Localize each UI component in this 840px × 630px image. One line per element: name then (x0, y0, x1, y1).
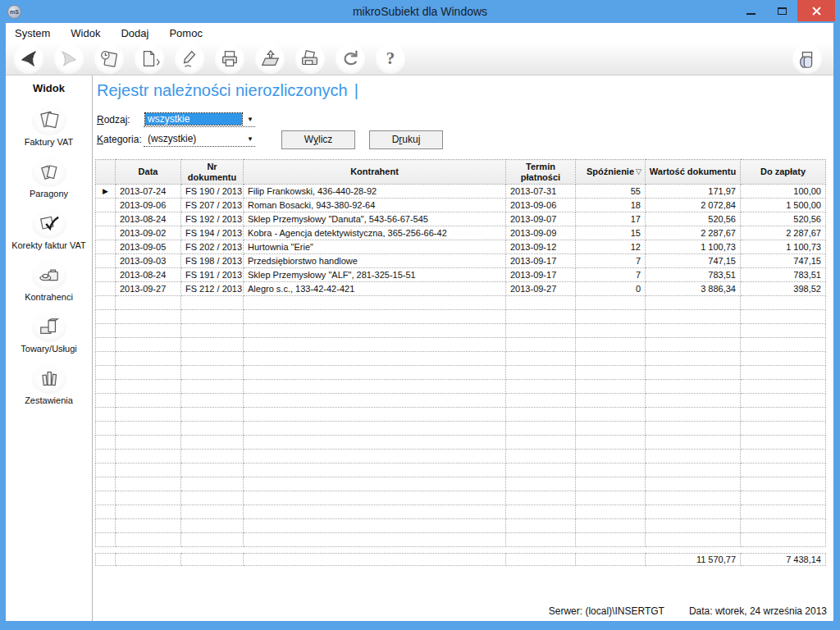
sidebar-item-zestawienia[interactable]: Zestawienia (6, 364, 92, 405)
row-selector-cell (96, 212, 116, 226)
sidebar-item-faktury-vat[interactable]: Faktury VAT (6, 106, 92, 147)
window-title: mikroSubiekt dla Windows (0, 5, 840, 18)
empty-cell (116, 394, 181, 408)
empty-cell (96, 477, 116, 491)
empty-cell (244, 394, 506, 408)
cell-data: 2013-09-05 (116, 240, 181, 254)
menu-widok[interactable]: Widok (71, 27, 100, 39)
menu-system[interactable]: System (15, 27, 50, 39)
tasks-button[interactable] (93, 44, 126, 74)
cell-nr: FS 202 / 2013 (181, 240, 244, 254)
empty-cell (181, 491, 244, 505)
drukuj-button[interactable]: Drukuj (369, 130, 443, 149)
receipts-icon (37, 162, 62, 183)
empty-cell (181, 463, 244, 477)
empty-cell (116, 463, 181, 477)
print-queue-button[interactable] (294, 44, 326, 74)
edit-button[interactable] (173, 44, 206, 74)
sidebar-item-kontrahenci[interactable]: Kontrahenci (6, 261, 92, 302)
print-button[interactable] (213, 44, 246, 74)
wylicz-button[interactable]: Wylicz (281, 130, 355, 149)
sidebar-item-paragony[interactable]: Paragony (6, 158, 92, 199)
table-row[interactable]: 2013-09-02FS 194 / 2013Kobra - Agencja d… (96, 226, 826, 240)
empty-cell (506, 477, 576, 491)
empty-cell (96, 450, 116, 463)
table-row[interactable]: 2013-08-24FS 192 / 2013Sklep Przemysłowy… (96, 212, 826, 226)
cell-data: 2013-08-24 (116, 212, 181, 226)
row-selector-cell (96, 282, 116, 296)
table-row-empty (96, 310, 826, 324)
cell-nr: FS 198 / 2013 (181, 254, 244, 268)
chevron-down-icon: ▼ (247, 135, 253, 143)
menu-dodaj[interactable]: Dodaj (121, 27, 148, 39)
corrections-check-icon (37, 213, 62, 235)
cell-nr: FS 191 / 2013 (181, 268, 244, 282)
empty-cell (244, 450, 506, 463)
menu-pomoc[interactable]: Pomoc (169, 27, 202, 39)
table-row[interactable]: ▶2013-07-24FS 190 / 2013Filip Frankowski… (96, 185, 826, 199)
help-button[interactable]: ? (374, 44, 407, 74)
column-header-nr-dokumentu[interactable]: Nr dokumentu (181, 160, 244, 185)
empty-cell (116, 366, 181, 380)
empty-cell (181, 436, 244, 450)
empty-cell (646, 436, 741, 450)
column-header-wartosc-dokumentu[interactable]: Wartość dokumentu (646, 160, 741, 185)
empty-cell (244, 477, 506, 491)
close-button[interactable] (797, 0, 835, 21)
undo-icon (340, 48, 361, 70)
empty-cell (181, 380, 244, 394)
column-header-kontrahent[interactable]: Kontrahent (244, 160, 506, 185)
empty-cell (244, 436, 506, 450)
empty-cell (181, 408, 244, 422)
cell-do_zaplaty: 100,00 (741, 185, 826, 199)
rodzaj-dropdown[interactable]: wszystkie ▼ (144, 112, 255, 127)
maximize-icon (778, 7, 787, 15)
empty-cell (741, 450, 826, 463)
empty-cell (116, 533, 181, 547)
table-row[interactable]: 2013-09-05FS 202 / 2013Hurtownia "Erie"2… (96, 240, 826, 254)
empty-cell (181, 338, 244, 352)
kategoria-dropdown[interactable]: (wszystkie) ▼ (144, 132, 255, 147)
cell-data: 2013-09-27 (116, 282, 181, 296)
table-row-empty (96, 296, 826, 310)
column-header-spoznienie[interactable]: Spóźnienie▽ (576, 160, 646, 185)
empty-cell (506, 519, 576, 533)
empty-cell (506, 533, 576, 547)
table-row[interactable]: 2013-09-06FS 207 / 2013Roman Bosacki, 94… (96, 199, 826, 212)
kategoria-value: (wszystkie) (145, 133, 242, 144)
sidebar-item-korekty-faktur-vat[interactable]: Korekty faktur VAT (6, 209, 92, 250)
empty-cell (646, 477, 741, 491)
undo-button[interactable] (334, 44, 367, 74)
empty-cell (741, 324, 826, 338)
empty-cell (576, 380, 646, 394)
new-document-button[interactable] (133, 44, 166, 74)
table-row[interactable]: 2013-09-03FS 198 / 2013Przedsiębiorstwo … (96, 254, 826, 268)
empty-cell (116, 338, 181, 352)
export-button[interactable] (253, 44, 286, 74)
table-row-empty (96, 463, 826, 477)
empty-cell (741, 394, 826, 408)
cell-termin: 2013-09-06 (506, 199, 576, 212)
total-do-zaplaty: 7 438,14 (741, 554, 826, 566)
column-header-termin-platnosci[interactable]: Termin płatności (506, 160, 576, 185)
table-row[interactable]: 2013-09-27FS 212 / 2013Alegro s.c., 133-… (96, 282, 826, 296)
empty-cell (96, 352, 116, 366)
empty-cell (96, 463, 116, 477)
empty-cell (646, 338, 741, 352)
empty-cell (181, 422, 244, 436)
back-button[interactable] (12, 44, 45, 74)
empty-cell (116, 380, 181, 394)
minimize-button[interactable] (735, 0, 766, 21)
empty-cell (741, 491, 826, 505)
totals-row: 11 570,77 7 438,14 (95, 553, 826, 566)
maximize-button[interactable] (766, 0, 797, 21)
column-header-data[interactable]: Data (116, 160, 181, 185)
print-roll-button[interactable] (791, 44, 824, 74)
table-row[interactable]: 2013-08-24FS 191 / 2013Sklep Przemysłowy… (96, 268, 826, 282)
empty-cell (181, 296, 244, 310)
empty-cell (96, 408, 116, 422)
column-header-do-zaplaty[interactable]: Do zapłaty (741, 160, 826, 185)
sidebar-item-towary-uslugi[interactable]: Towary/Usługi (6, 313, 92, 354)
empty-cell (741, 380, 826, 394)
forward-button[interactable] (52, 44, 85, 74)
